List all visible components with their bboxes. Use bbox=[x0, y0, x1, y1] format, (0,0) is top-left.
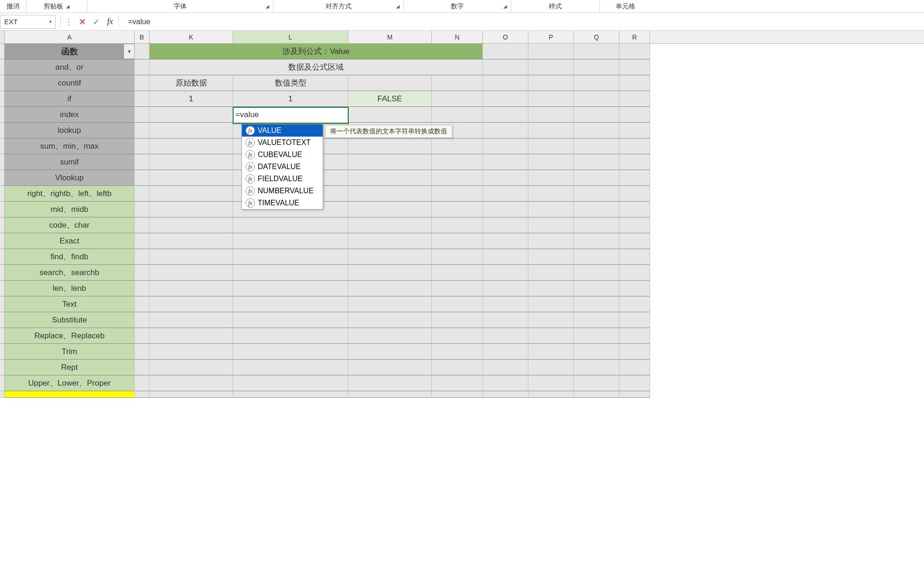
row-header[interactable] bbox=[0, 265, 5, 281]
column-header-A[interactable]: A bbox=[5, 31, 135, 43]
cell[interactable] bbox=[574, 265, 619, 281]
cell[interactable] bbox=[135, 281, 150, 296]
row-header[interactable] bbox=[0, 233, 5, 249]
cell[interactable] bbox=[574, 123, 619, 138]
cell[interactable] bbox=[619, 138, 650, 154]
cell[interactable] bbox=[432, 281, 483, 296]
cell[interactable] bbox=[348, 202, 432, 217]
section-label[interactable]: 数据及公式区域 bbox=[150, 59, 483, 75]
cell[interactable] bbox=[528, 170, 574, 186]
cell[interactable] bbox=[348, 107, 432, 123]
dialog-launcher-icon[interactable]: ◢ bbox=[266, 4, 269, 9]
cell[interactable] bbox=[574, 138, 619, 154]
cell[interactable] bbox=[574, 296, 619, 312]
cell[interactable] bbox=[150, 344, 233, 360]
row-header[interactable] bbox=[0, 296, 5, 312]
cell[interactable] bbox=[483, 217, 528, 233]
row-header[interactable] bbox=[0, 107, 5, 123]
cell[interactable] bbox=[150, 281, 233, 296]
ribbon-undo[interactable]: 撤消 bbox=[0, 0, 26, 13]
cell[interactable] bbox=[574, 91, 619, 107]
cell[interactable]: 1 bbox=[233, 91, 348, 107]
cell[interactable] bbox=[432, 186, 483, 202]
cell[interactable] bbox=[432, 391, 483, 398]
cell[interactable] bbox=[135, 391, 150, 398]
cell[interactable] bbox=[233, 360, 348, 375]
cell[interactable] bbox=[348, 375, 432, 391]
cell[interactable] bbox=[619, 44, 650, 59]
cell[interactable] bbox=[150, 249, 233, 265]
autocomplete-item[interactable]: fxNUMBERVALUE bbox=[242, 185, 323, 197]
cell[interactable] bbox=[150, 265, 233, 281]
cell[interactable] bbox=[619, 154, 650, 170]
cell[interactable] bbox=[432, 217, 483, 233]
cell[interactable] bbox=[619, 202, 650, 217]
cell[interactable] bbox=[619, 281, 650, 296]
row-header[interactable] bbox=[0, 202, 5, 217]
cell[interactable] bbox=[150, 107, 233, 123]
ribbon-clipboard[interactable]: 剪贴板 ◢ bbox=[26, 0, 87, 13]
column-header-M[interactable]: M bbox=[348, 31, 432, 43]
cell[interactable] bbox=[348, 138, 432, 154]
row-header[interactable] bbox=[0, 59, 5, 75]
autocomplete-item[interactable]: fxVALUETOTEXT bbox=[242, 137, 323, 149]
cell[interactable] bbox=[348, 344, 432, 360]
cell[interactable] bbox=[483, 154, 528, 170]
cell[interactable] bbox=[150, 328, 233, 344]
formula-title[interactable]: 涉及到公式：Value bbox=[150, 44, 483, 59]
cell[interactable] bbox=[233, 344, 348, 360]
ribbon-styles[interactable]: 样式 bbox=[511, 0, 599, 13]
cell[interactable] bbox=[348, 249, 432, 265]
cell[interactable] bbox=[432, 75, 483, 91]
row-header[interactable] bbox=[0, 186, 5, 202]
autocomplete-item[interactable]: fxTIMEVALUE bbox=[242, 197, 323, 209]
func-item[interactable]: Rept bbox=[5, 360, 135, 375]
cell[interactable] bbox=[135, 249, 150, 265]
cell[interactable] bbox=[348, 312, 432, 328]
false-cell[interactable]: FALSE bbox=[348, 91, 432, 107]
cell[interactable] bbox=[432, 296, 483, 312]
cell[interactable] bbox=[135, 123, 150, 138]
ribbon-number[interactable]: 数字 ◢ bbox=[404, 0, 511, 13]
row-header[interactable] bbox=[0, 281, 5, 296]
cell[interactable] bbox=[483, 123, 528, 138]
func-item[interactable]: Text bbox=[5, 296, 135, 312]
cell[interactable] bbox=[619, 107, 650, 123]
row-header[interactable] bbox=[0, 360, 5, 375]
chevron-down-icon[interactable]: ▾ bbox=[49, 19, 52, 24]
cell[interactable] bbox=[483, 233, 528, 249]
autocomplete-item[interactable]: fxCUBEVALUE bbox=[242, 149, 323, 161]
ribbon-alignment[interactable]: 对齐方式 ◢ bbox=[273, 0, 403, 13]
cell[interactable] bbox=[528, 328, 574, 344]
cell[interactable] bbox=[483, 344, 528, 360]
cell[interactable] bbox=[135, 44, 150, 59]
cell[interactable] bbox=[619, 249, 650, 265]
row-header[interactable] bbox=[0, 344, 5, 360]
cell[interactable] bbox=[483, 375, 528, 391]
row-header[interactable] bbox=[0, 375, 5, 391]
cell[interactable] bbox=[135, 91, 150, 107]
cell[interactable] bbox=[348, 154, 432, 170]
cell[interactable] bbox=[135, 107, 150, 123]
cell[interactable] bbox=[432, 344, 483, 360]
autocomplete-item[interactable]: fxVALUE bbox=[242, 125, 323, 137]
cell[interactable] bbox=[233, 265, 348, 281]
cell[interactable] bbox=[528, 344, 574, 360]
cell[interactable] bbox=[135, 186, 150, 202]
func-item[interactable]: search、searchb bbox=[5, 265, 135, 281]
cell[interactable] bbox=[574, 44, 619, 59]
row-header[interactable] bbox=[0, 391, 5, 398]
cell[interactable] bbox=[150, 391, 233, 398]
cell[interactable] bbox=[432, 107, 483, 123]
cell[interactable] bbox=[619, 186, 650, 202]
ribbon-font[interactable]: 字体 ◢ bbox=[87, 0, 273, 13]
cell[interactable] bbox=[574, 360, 619, 375]
confirm-formula-button[interactable]: ✓ bbox=[91, 16, 102, 27]
cell[interactable] bbox=[135, 75, 150, 91]
cell[interactable] bbox=[528, 233, 574, 249]
cell[interactable] bbox=[619, 375, 650, 391]
row-header[interactable] bbox=[0, 217, 5, 233]
cell[interactable] bbox=[574, 107, 619, 123]
cell[interactable] bbox=[135, 154, 150, 170]
cell[interactable] bbox=[150, 186, 233, 202]
